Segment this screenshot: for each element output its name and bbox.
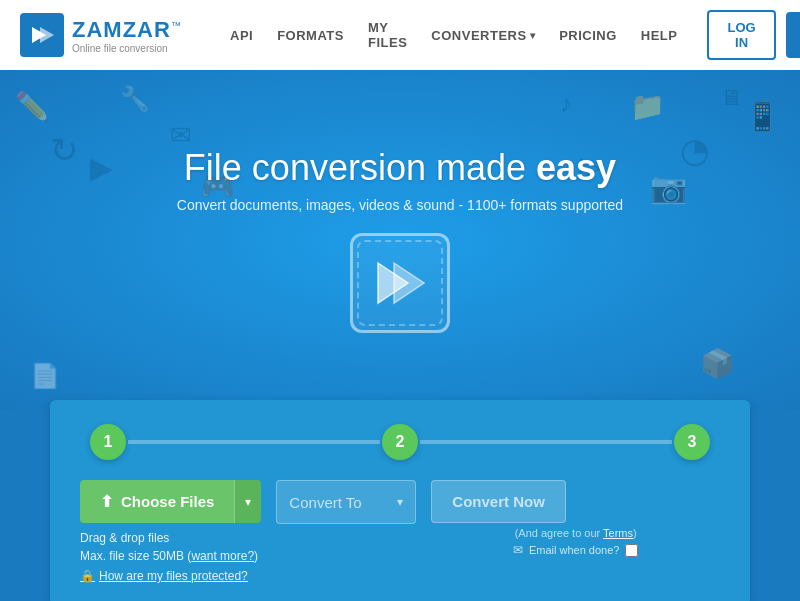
sketch-pencil-icon: ✏️	[15, 90, 50, 123]
steps-row: 1 2 3	[80, 424, 720, 460]
email-when-done-label: Email when done?	[529, 544, 620, 556]
drag-drop-info: Drag & drop files Max. file size 50MB (w…	[80, 529, 258, 585]
choose-files-btn-wrap: ⬆ Choose Files ▾	[80, 480, 261, 523]
convert-to-chevron-icon: ▾	[397, 495, 403, 509]
step-2-number: 2	[396, 433, 405, 451]
hero-title-normal: File conversion made	[184, 147, 536, 188]
choose-files-dropdown-button[interactable]: ▾	[234, 480, 261, 523]
step-3-number: 3	[688, 433, 697, 451]
nav-api[interactable]: API	[230, 28, 253, 43]
sketch-monitor-icon: 🖥	[720, 85, 742, 111]
drag-drop-text: Drag & drop files	[80, 529, 258, 547]
nav-my-files[interactable]: MY FILES	[368, 20, 407, 50]
sketch-device-icon: 📱	[745, 100, 780, 133]
dropdown-arrow-icon: ▾	[245, 495, 251, 509]
navbar: ZAMZAR™ Online file conversion API FORMA…	[0, 0, 800, 70]
sketch-folder-icon: 📁	[630, 90, 665, 123]
logo-tm: ™	[171, 19, 182, 30]
file-protection-link[interactable]: 🔒 How are my files protected?	[80, 567, 258, 585]
svg-marker-1	[40, 27, 54, 43]
step-line-2	[420, 440, 672, 444]
dropdown-chevron-icon: ▾	[530, 30, 536, 41]
choose-files-label: Choose Files	[121, 493, 214, 510]
envelope-icon: ✉	[513, 543, 523, 557]
convert-note: (And agree to our Terms)	[431, 527, 720, 539]
login-button[interactable]: LOG IN	[707, 10, 775, 60]
nav-actions: LOG IN SIGN UP	[707, 10, 800, 60]
convert-now-button[interactable]: Convert Now	[431, 480, 566, 523]
email-checkbox[interactable]	[625, 544, 638, 557]
sketch-music-icon: ♪	[560, 90, 572, 118]
step-1-circle: 1	[90, 424, 126, 460]
choose-files-group: ⬆ Choose Files ▾ Drag & drop files Max. …	[80, 480, 261, 585]
upload-icon: ⬆	[100, 492, 113, 511]
hero-title: File conversion made easy	[177, 147, 623, 189]
step-1-number: 1	[104, 433, 113, 451]
nav-help[interactable]: HELP	[641, 28, 678, 43]
step-3-circle: 3	[674, 424, 710, 460]
logo-name: ZAMZAR™	[72, 17, 182, 43]
logo-area: ZAMZAR™ Online file conversion	[20, 13, 200, 57]
file-protection-text: How are my files protected?	[99, 567, 248, 585]
hero-subtitle: Convert documents, images, videos & soun…	[177, 197, 623, 213]
logo-icon	[20, 13, 64, 57]
nav-links: API FORMATS MY FILES CONVERTERS ▾ PRICIN…	[230, 20, 677, 50]
step-2-circle: 2	[382, 424, 418, 460]
sketch-phone-icon: 📷	[650, 170, 687, 205]
email-row: ✉ Email when done?	[431, 543, 720, 557]
nav-formats[interactable]: FORMATS	[277, 28, 344, 43]
convert-now-col: Convert Now (And agree to our Terms) ✉ E…	[431, 480, 720, 557]
nav-converters[interactable]: CONVERTERS ▾	[431, 28, 535, 43]
convert-to-select[interactable]: Convert To ▾	[276, 480, 416, 524]
sketch-play-icon: ▶	[90, 150, 113, 185]
logo-text: ZAMZAR™ Online file conversion	[72, 17, 182, 54]
convert-to-label: Convert To	[289, 494, 361, 511]
max-size-end: )	[254, 549, 258, 563]
signup-button[interactable]: SIGN UP	[786, 12, 800, 58]
convert-note-prefix: (And agree to our	[515, 527, 603, 539]
terms-link[interactable]: Terms	[603, 527, 633, 539]
actions-row: ⬆ Choose Files ▾ Drag & drop files Max. …	[80, 480, 720, 585]
convert-note-suffix: )	[633, 527, 637, 539]
sketch-camera-icon: 📦	[700, 347, 735, 380]
hero-section: ✏️ ↻ 🔧 ▶ ✉ 🎮 📁 ◔ 🖥 ▷ ♪ 📷 📱 📄 📦 File conv…	[0, 70, 800, 410]
lock-icon: 🔒	[80, 567, 95, 585]
max-size-text: Max. file size 50MB (	[80, 549, 191, 563]
svg-marker-3	[394, 263, 424, 303]
svg-marker-2	[378, 263, 408, 303]
logo-brand: ZAMZAR	[72, 17, 171, 42]
sketch-reload-icon: ↻	[50, 130, 78, 170]
hero-logo-big	[350, 233, 450, 333]
max-size-line: Max. file size 50MB (want more?)	[80, 547, 258, 565]
choose-files-button[interactable]: ⬆ Choose Files	[80, 480, 234, 523]
logo-sub: Online file conversion	[72, 43, 182, 54]
nav-pricing[interactable]: PRICING	[559, 28, 617, 43]
conversion-panel: 1 2 3 ⬆ Choose Files ▾	[50, 400, 750, 601]
nav-converters-label: CONVERTERS	[431, 28, 526, 43]
hero-content: File conversion made easy Convert docume…	[177, 147, 623, 333]
sketch-wrench-icon: 🔧	[120, 85, 150, 113]
sketch-chart-icon: ◔	[680, 130, 710, 170]
step-line-1	[128, 440, 380, 444]
hero-title-bold: easy	[536, 147, 616, 188]
sketch-doc-icon: 📄	[30, 362, 60, 390]
want-more-link[interactable]: want more?	[191, 549, 254, 563]
